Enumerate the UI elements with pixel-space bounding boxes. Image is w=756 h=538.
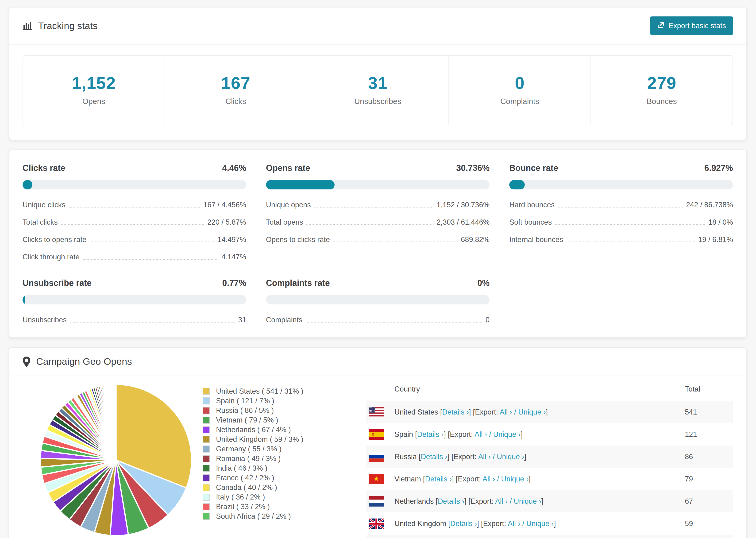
export-icon xyxy=(657,21,665,30)
legend-swatch xyxy=(203,398,210,404)
rate-detail-value: 220 / 5.87% xyxy=(207,218,246,227)
summary-stat-value: 1,152 xyxy=(23,73,165,93)
export-all-link[interactable]: All xyxy=(482,475,490,483)
rate-detail-value: 0 xyxy=(486,316,490,324)
summary-stat-label: Unsubscribes xyxy=(307,97,449,106)
details-link[interactable]: Details xyxy=(417,430,440,439)
legend-label: United States ( 541 / 31% ) xyxy=(216,387,303,396)
flag-icon-gb xyxy=(369,518,384,529)
legend-swatch xyxy=(203,455,210,462)
legend-swatch xyxy=(203,436,210,443)
export-unique-link[interactable]: Unique xyxy=(501,475,524,483)
export-unique-link[interactable]: Unique xyxy=(514,497,537,506)
country-name: Spain xyxy=(395,430,413,439)
rate-detail-row: Unique clicks 167 / 4.456% xyxy=(23,201,246,209)
legend-swatch xyxy=(203,494,210,501)
table-row: Russia [Details ›] [Export: All › / Uniq… xyxy=(366,446,733,468)
rate-detail-row: Total opens 2,303 / 61.446% xyxy=(266,218,490,227)
legend-swatch xyxy=(203,484,210,491)
country-column-header: Country xyxy=(395,385,420,394)
rate-title: Clicks rate xyxy=(23,163,65,173)
country-total: 541 xyxy=(685,408,733,416)
country-name: Netherlands xyxy=(395,497,434,506)
legend-item: Brazil ( 33 / 2% ) xyxy=(203,502,364,511)
export-all-link[interactable]: All xyxy=(495,497,503,506)
flag-icon-es xyxy=(369,429,384,440)
export-unique-link[interactable]: Unique xyxy=(518,408,541,416)
export-all-link[interactable]: All xyxy=(474,430,482,439)
legend-item: France ( 42 / 2% ) xyxy=(203,473,364,483)
details-link[interactable]: Details xyxy=(450,519,473,528)
export-unique-link[interactable]: Unique xyxy=(497,453,520,461)
summary-stat-value: 31 xyxy=(307,73,449,93)
summary-stat: 0 Complaints xyxy=(449,56,590,125)
legend-swatch xyxy=(203,426,210,433)
legend-item: Russia ( 86 / 5% ) xyxy=(203,405,364,415)
rate-detail-row: Click through rate 4.147% xyxy=(23,253,246,261)
rate-percentage: 0.77% xyxy=(222,278,246,288)
rate-detail-value: 18 / 0% xyxy=(708,218,733,227)
export-all-link[interactable]: All xyxy=(508,519,516,528)
flag-icon-nl xyxy=(369,496,384,507)
details-link[interactable]: Details xyxy=(438,497,460,506)
legend-swatch xyxy=(203,407,210,414)
legend-swatch xyxy=(203,465,210,472)
geo-opens-card: Campaign Geo Opens United States ( 541 /… xyxy=(9,347,747,538)
rate-detail-label: Total clicks xyxy=(23,218,58,227)
legend-label: Vietnam ( 79 / 5% ) xyxy=(216,416,278,424)
legend-item: Spain ( 121 / 7% ) xyxy=(203,396,364,405)
summary-stat: 1,152 Opens xyxy=(23,56,165,125)
legend-swatch xyxy=(203,417,210,424)
rate-detail-row: Soft bounces 18 / 0% xyxy=(509,218,733,227)
rate-title: Bounce rate xyxy=(509,163,558,173)
legend-label: Romania ( 49 / 3% ) xyxy=(216,455,281,463)
legend-label: Netherlands ( 67 / 4% ) xyxy=(216,426,291,434)
flag-icon-vn xyxy=(369,474,384,484)
rate-detail-value: 4.147% xyxy=(222,253,246,261)
rates-card: Clicks rate 4.46% Unique clicks 167 / 4.… xyxy=(9,149,747,338)
legend-label: South Africa ( 29 / 2% ) xyxy=(216,512,291,521)
details-link[interactable]: Details xyxy=(425,475,447,483)
details-link[interactable]: Details xyxy=(442,408,464,416)
country-total: 59 xyxy=(685,519,733,528)
rate-block: Complaints rate 0% Complaints 0 xyxy=(266,278,490,324)
rate-detail-label: Hard bounces xyxy=(509,201,555,209)
dotted-leader xyxy=(83,259,218,260)
dotted-leader xyxy=(70,322,235,323)
rate-block: Bounce rate 6.927% Hard bounces 242 / 86… xyxy=(509,163,733,261)
rate-detail-row: Unsubscribes 31 xyxy=(23,316,246,324)
export-basic-stats-button[interactable]: Export basic stats xyxy=(650,17,733,35)
summary-stat: 167 Clicks xyxy=(165,56,307,125)
table-row: Spain [Details ›] [Export: All › / Uniqu… xyxy=(366,423,733,446)
rate-detail-row: Hard bounces 242 / 86.738% xyxy=(509,201,733,209)
rate-detail-label: Clicks to opens rate xyxy=(23,236,86,244)
legend-label: Italy ( 36 / 2% ) xyxy=(216,493,265,501)
rate-detail-row: Total clicks 220 / 5.87% xyxy=(23,218,246,227)
dotted-leader xyxy=(90,242,214,242)
geo-table: Country Total United States [Details ›] … xyxy=(366,376,733,538)
dotted-leader xyxy=(69,207,200,207)
legend-label: India ( 46 / 3% ) xyxy=(216,464,267,472)
flag-icon-us xyxy=(369,407,384,417)
rate-percentage: 4.46% xyxy=(222,163,246,173)
dotted-leader xyxy=(558,207,683,207)
geo-opens-header: Campaign Geo Opens xyxy=(9,348,746,376)
table-row: Germany [Details ›] [Export: All › / Uni… xyxy=(366,535,733,538)
country-name: United Kingdom xyxy=(395,519,446,528)
rate-detail-value: 19 / 6.81% xyxy=(698,236,733,244)
progress-bar xyxy=(266,180,490,189)
export-all-link[interactable]: All xyxy=(500,408,508,416)
total-column-header: Total xyxy=(685,385,733,394)
rate-percentage: 30.736% xyxy=(456,163,490,173)
export-unique-link[interactable]: Unique xyxy=(493,430,516,439)
rate-detail-label: Unique clicks xyxy=(23,201,66,209)
export-unique-link[interactable]: Unique xyxy=(526,519,549,528)
dotted-leader xyxy=(314,207,433,207)
summary-stat: 279 Bounces xyxy=(590,56,732,125)
rate-detail-row: Unique opens 1,152 / 30.736% xyxy=(266,201,490,209)
export-all-link[interactable]: All xyxy=(478,453,486,461)
details-link[interactable]: Details xyxy=(421,453,443,461)
progress-bar xyxy=(266,295,490,304)
legend-item: Vietnam ( 79 / 5% ) xyxy=(203,415,364,425)
rate-block: Opens rate 30.736% Unique opens 1,152 / … xyxy=(266,163,490,261)
